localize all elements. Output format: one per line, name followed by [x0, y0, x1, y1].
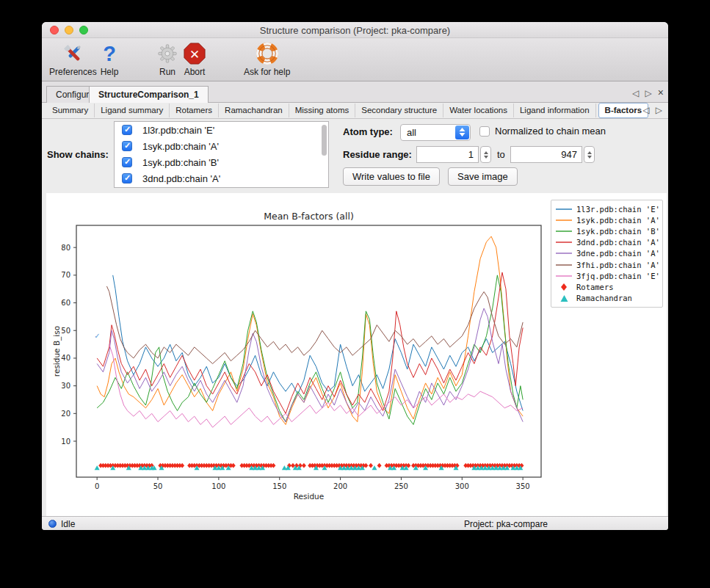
legend-entry: Ramachandran: [556, 293, 658, 304]
chain-checkbox[interactable]: [122, 173, 132, 184]
tab-close-icon[interactable]: ×: [658, 88, 664, 98]
rotamer-marker: [231, 463, 236, 468]
x-tick-label: 50: [153, 482, 163, 490]
x-tick-label: 300: [455, 482, 469, 490]
chain-list[interactable]: 1l3r.pdb:chain 'E' 1syk.pdb:chain 'A' 1s…: [114, 121, 329, 188]
tab-structurecomparison-1[interactable]: StructureComparison_1: [89, 86, 209, 103]
chain-checkbox[interactable]: [122, 141, 132, 151]
legend-entry: 1l3r.pdb:chain 'E': [556, 203, 658, 214]
legend-entry: 1syk.pdb:chain 'B': [556, 225, 658, 236]
legend-line-swatch: [556, 241, 572, 244]
tab-ligand-information[interactable]: Ligand information: [514, 104, 596, 117]
tab-missing-atoms[interactable]: Missing atoms: [289, 104, 356, 117]
dropdown-arrows-icon: [455, 126, 469, 139]
residue-range-label: Residue range:: [343, 149, 412, 160]
y-tick-label: 20: [61, 410, 70, 418]
lifebuoy-icon: [256, 42, 279, 65]
tab-scroll-right-icon[interactable]: ▷: [645, 88, 652, 98]
write-values-button[interactable]: Write values to file: [343, 167, 440, 186]
x-tick-label: 0: [95, 482, 99, 490]
chart-line-6: [109, 344, 523, 427]
atom-type-label: Atom type:: [343, 126, 393, 137]
show-chains-label: Show chains:: [47, 149, 109, 160]
run-button[interactable]: Run: [156, 42, 179, 77]
chain-label: 1syk.pdb:chain 'B': [142, 157, 219, 168]
tools-icon: [61, 42, 84, 65]
toolbar: Preferences ? Help Run: [42, 38, 668, 81]
y-tick-label: 10: [61, 438, 70, 446]
chain-checkbox[interactable]: [122, 157, 132, 167]
legend-label: 1syk.pdb:chain 'A': [576, 216, 660, 225]
report-tab-bar: Summary Ligand summary Rotamers Ramachan…: [42, 103, 668, 119]
y-tick-label: 50: [61, 327, 70, 335]
residue-to-input[interactable]: [510, 146, 582, 163]
ramachandran-marker: [372, 465, 377, 470]
window-title: Structure comparison (Project: pka-compa…: [42, 25, 668, 36]
normalized-checkbox[interactable]: [479, 126, 490, 137]
x-tick-label: 250: [394, 482, 408, 490]
scrollbar-thumb[interactable]: [322, 125, 327, 156]
stray-check-marker: ✓: [94, 332, 100, 340]
bfactor-controls: Show chains: 1l3r.pdb:chain 'E' 1syk.pdb…: [42, 119, 668, 193]
x-tick-label: 200: [333, 482, 347, 490]
residue-from-input[interactable]: [416, 146, 479, 163]
chart-title: Mean B-factors (all): [264, 211, 354, 222]
legend-line-swatch: [556, 219, 572, 222]
rotamer-marker: [302, 463, 306, 468]
tab-ramachandran[interactable]: Ramachandran: [219, 104, 289, 117]
rotamer-marker: [180, 463, 184, 468]
legend-line-swatch: [556, 275, 572, 277]
y-tick-label: 70: [61, 271, 70, 279]
y-tick-label: 40: [61, 354, 70, 362]
ask-for-help-button[interactable]: Ask for help: [244, 42, 290, 77]
legend-entry: 3dne.pdb:chain 'A': [556, 248, 658, 259]
tab-ligand-summary[interactable]: Ligand summary: [95, 104, 170, 117]
chain-checkbox[interactable]: [122, 125, 132, 135]
tab-water-locations[interactable]: Water locations: [443, 104, 514, 117]
abort-button[interactable]: ✕ Abort: [183, 42, 206, 77]
toolbar-label: Run: [159, 67, 175, 77]
tab-secondary-structure[interactable]: Secondary structure: [355, 104, 443, 117]
stop-icon: ✕: [183, 42, 206, 65]
triangle-marker-swatch: [556, 294, 572, 302]
legend-line-swatch: [556, 252, 572, 255]
residue-to-stepper[interactable]: [584, 146, 595, 163]
status-bar: Idle Project: pka-compare: [42, 516, 668, 530]
rotamer-marker: [271, 463, 275, 468]
ramachandran-marker: [95, 465, 100, 470]
residue-from-stepper[interactable]: [480, 146, 491, 163]
y-tick-label: 60: [61, 299, 70, 307]
legend-entry: 3fjq.pdb:chain 'E': [556, 270, 658, 281]
y-tick-label: 80: [61, 244, 70, 252]
tab-rotamers[interactable]: Rotamers: [170, 104, 219, 117]
chain-label: 1syk.pdb:chain 'A': [142, 141, 219, 152]
diamond-marker-swatch: [556, 283, 572, 291]
legend-label: Ramachandran: [576, 294, 632, 302]
chart-line-4: [97, 308, 523, 422]
tabs-area: Configure StructureComparison_1 ◁ ▷ × Su…: [42, 81, 668, 119]
chain-label: 1l3r.pdb:chain 'E': [142, 125, 214, 136]
legend-line-swatch: [556, 264, 572, 266]
tab-summary[interactable]: Summary: [46, 104, 95, 117]
rotamer-marker: [369, 463, 373, 468]
report-tab-scroll-left-icon[interactable]: ◁: [643, 105, 650, 115]
preferences-button[interactable]: Preferences: [49, 42, 97, 77]
legend-line-swatch: [556, 230, 572, 233]
toolbar-label: Ask for help: [244, 67, 290, 77]
save-image-button[interactable]: Save image: [448, 167, 518, 186]
legend-entry: 3dnd.pdb:chain 'A': [556, 237, 658, 248]
help-button[interactable]: ? Help: [98, 42, 121, 77]
report-tab-scroll-right-icon[interactable]: ▷: [656, 105, 662, 115]
atom-type-value: all: [407, 127, 416, 138]
main-tab-bar: Configure StructureComparison_1 ◁ ▷ ×: [42, 86, 668, 103]
atom-type-select[interactable]: all: [400, 124, 471, 141]
toolbar-label: Abort: [184, 67, 206, 77]
chart-line-1: [97, 236, 523, 424]
tab-b-factors[interactable]: B-factors: [598, 103, 648, 118]
legend-entry: 3fhi.pdb:chain 'A': [556, 259, 658, 270]
legend-label: Rotamers: [576, 283, 614, 291]
title-bar[interactable]: Structure comparison (Project: pka-compa…: [42, 22, 668, 38]
gear-icon: [156, 42, 179, 65]
tab-scroll-left-icon[interactable]: ◁: [632, 88, 639, 98]
legend-label: 1syk.pdb:chain 'B': [576, 227, 660, 236]
